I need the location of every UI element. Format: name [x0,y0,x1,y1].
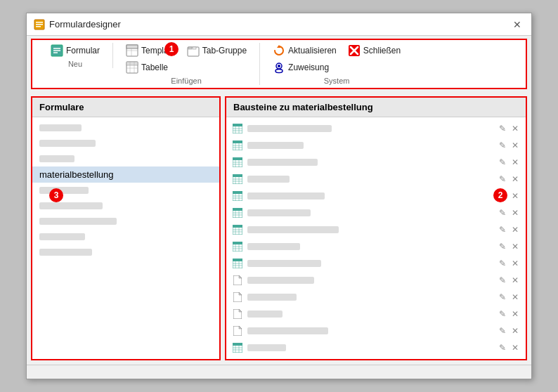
grid-icon [232,190,243,202]
svg-marker-86 [239,309,242,312]
delete-button[interactable]: ✕ [510,174,520,184]
bausteine-list-item[interactable]: ✎✕ [226,306,526,322]
svg-rect-69 [233,242,242,244]
formulare-list-item[interactable] [32,244,219,260]
module-placeholder-bar [247,344,286,351]
delete-button[interactable]: ✕ [510,242,520,251]
edit-button[interactable]: ✎ [498,225,507,235]
doc-icon [232,275,243,286]
system-label: System [324,77,350,85]
template-icon [126,44,138,57]
edit-button[interactable]: ✎ [498,326,507,336]
bausteine-list-item[interactable]: ✎✕ [226,120,526,137]
window-title: Formulardesigner [49,19,121,30]
svg-rect-16 [126,62,138,65]
neu-label: Neu [68,60,82,68]
formulare-list-item[interactable] [32,151,219,166]
formulare-list-item[interactable] [32,120,219,136]
window-close-button[interactable]: ✕ [510,20,524,30]
placeholder-bar [39,202,103,209]
delete-button[interactable]: ✕ [510,292,520,302]
formulare-list-item[interactable] [32,136,219,151]
placeholder-bar [39,124,82,131]
formulare-list-item[interactable] [32,229,219,244]
placeholder-bar [39,233,85,240]
doc-icon [232,325,243,337]
aktualisieren-button[interactable]: Aktualisieren [268,43,341,58]
placeholder-bar [39,218,117,225]
delete-button[interactable]: ✕ [510,259,520,268]
module-actions: ✎✕ [498,259,520,268]
bausteine-list-item[interactable]: ✎✕ [226,137,526,154]
edit-button[interactable]: ✎ [498,141,507,150]
einfuegen-row1: Template Tab-Gruppe [122,43,251,58]
bausteine-list-item[interactable]: ✎✕ [226,188,526,204]
badge-2: 2 [493,188,507,202]
grid-icon [232,123,243,134]
delete-button[interactable]: ✕ [510,208,520,218]
toolbar-section-system: Aktualisieren Schließen [260,43,413,85]
grid-icon [232,224,243,235]
svg-rect-89 [233,343,242,346]
bausteine-list-item[interactable]: ✎✕ [226,339,526,356]
module-actions: ✎✕ [498,292,520,302]
system-row1: Aktualisieren Schließen [268,43,405,58]
badge-3: 3 [49,188,63,202]
edit-button[interactable]: ✎ [498,174,507,184]
bausteine-list-item[interactable]: ✎✕ [226,221,526,238]
edit-button[interactable]: ✎ [498,292,507,302]
module-placeholder-bar [247,327,328,334]
edit-button[interactable]: ✎ [498,275,507,285]
bausteine-list[interactable]: ✎✕ ✎✕ ✎✕ ✎✕ ✎✕ [226,117,526,359]
delete-button[interactable]: ✕ [510,309,520,319]
svg-rect-14 [193,47,196,49]
edit-button[interactable]: ✎ [498,124,507,133]
module-placeholder-bar [247,277,314,284]
bausteine-list-item[interactable]: ✎✕ [226,238,526,255]
schliessen-button[interactable]: Schließen [344,43,405,58]
formulare-list[interactable]: materialbestellung [32,117,219,359]
tab-gruppe-button[interactable]: Tab-Gruppe [183,43,251,58]
edit-button[interactable]: ✎ [498,343,507,353]
system-buttons: Aktualisieren Schließen [268,43,405,75]
bausteine-list-item[interactable]: ✎✕ [226,322,526,339]
module-actions: ✎✕ [498,309,520,319]
edit-button[interactable]: ✎ [498,157,507,167]
svg-marker-84 [239,292,242,295]
delete-button[interactable]: ✕ [510,275,520,285]
edit-button[interactable]: ✎ [498,242,507,251]
delete-button[interactable]: ✕ [510,124,520,133]
formulare-panel-header: Formulare [32,98,219,117]
svg-rect-63 [233,225,242,228]
formular-button[interactable]: Formular [46,43,104,58]
delete-button[interactable]: ✕ [510,191,520,201]
placeholder-bar [39,155,74,162]
formulare-list-item[interactable]: materialbestellung [32,166,219,183]
bausteine-list-item[interactable]: ✎✕ [226,154,526,171]
delete-button[interactable]: ✕ [510,343,520,353]
zuweisung-button[interactable]: Zuweisung [268,60,333,75]
edit-button[interactable]: ✎ [498,208,507,218]
module-actions: ✎✕ [498,242,520,251]
tabelle-button[interactable]: Tabelle [122,60,172,75]
edit-button[interactable]: ✎ [498,309,507,319]
bausteine-list-item[interactable]: ✎✕ [226,289,526,306]
doc-icon [232,308,243,320]
bausteine-list-item[interactable]: ✎✕ [226,255,526,272]
delete-button[interactable]: ✕ [510,141,520,150]
placeholder-bar [39,187,89,194]
module-actions: ✎✕ [498,157,520,167]
grid-icon [232,207,243,218]
formulare-list-item[interactable] [32,214,219,229]
delete-button[interactable]: ✕ [510,326,520,336]
edit-button[interactable]: ✎ [498,259,507,268]
delete-button[interactable]: ✕ [510,225,520,235]
bausteine-list-item[interactable]: ✎✕ [226,171,526,188]
refresh-icon [273,44,285,57]
delete-button[interactable]: ✕ [510,157,520,167]
bausteine-list-item[interactable]: ✎✕ [226,272,526,289]
module-actions: ✎✕ [498,326,520,336]
bausteine-list-item[interactable]: ✎✕ [226,204,526,221]
toolbar-section-neu: Formular Neu [38,43,113,68]
svg-rect-1 [36,22,43,23]
